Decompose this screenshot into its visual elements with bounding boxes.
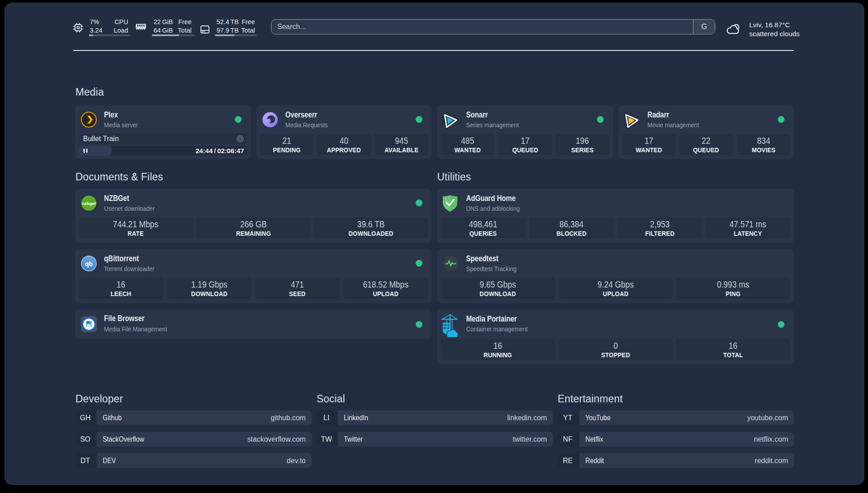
svg-text:nzbget: nzbget [82, 201, 96, 206]
svg-text:qb: qb [85, 260, 92, 267]
